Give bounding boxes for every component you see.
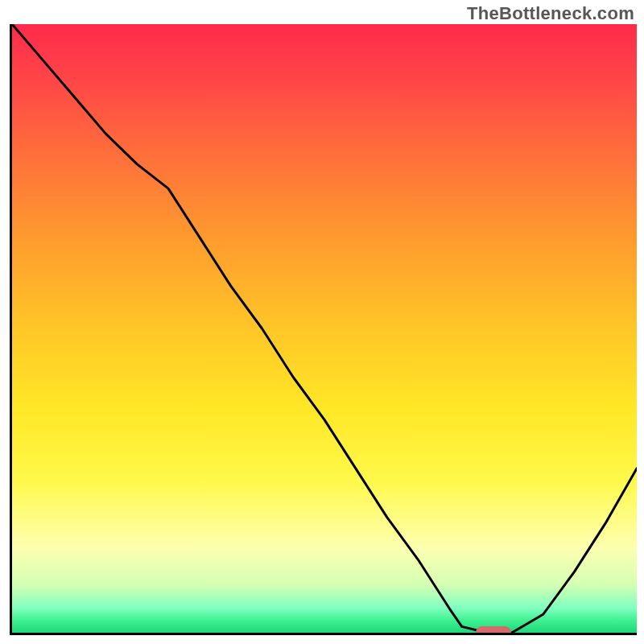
bottleneck-curve <box>12 24 637 633</box>
plot-area <box>10 24 637 635</box>
chart-container: TheBottleneck.com <box>0 0 644 644</box>
watermark-text: TheBottleneck.com <box>467 3 634 24</box>
optimal-marker <box>476 626 511 635</box>
